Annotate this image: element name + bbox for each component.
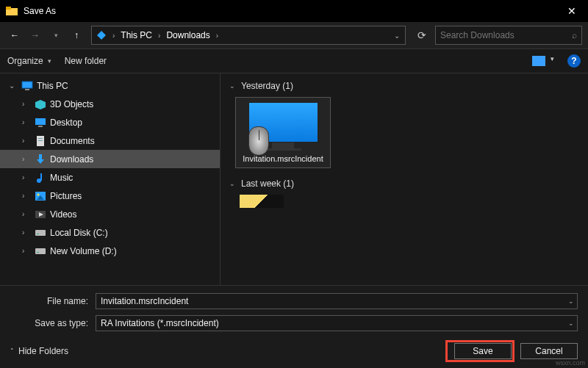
nav-tree: ⌄ This PC ›3D Objects›Desktop›Documents›…: [0, 73, 220, 285]
cancel-button[interactable]: Cancel: [520, 343, 578, 359]
svg-point-16: [37, 193, 40, 195]
watermark: wsxn.com: [556, 359, 585, 367]
window-title: Save As: [24, 6, 555, 16]
chevron-down-icon: ▾: [48, 57, 51, 65]
tree-this-pc[interactable]: ⌄ This PC: [0, 76, 220, 95]
download-icon: [34, 154, 47, 165]
up-button[interactable]: ↑: [68, 26, 85, 44]
svg-rect-6: [35, 118, 46, 125]
expand-icon[interactable]: ›: [22, 100, 31, 108]
remote-assist-icon: [248, 102, 318, 150]
svg-marker-2: [97, 31, 106, 40]
cube-icon: [34, 98, 47, 110]
help-button[interactable]: ?: [567, 54, 581, 68]
disk-icon: [34, 245, 47, 257]
collapse-icon[interactable]: ⌄: [9, 82, 18, 90]
tree-item-pictures[interactable]: ›Pictures: [0, 187, 220, 205]
svg-rect-11: [39, 154, 42, 159]
save-highlight: Save: [445, 340, 514, 362]
back-button[interactable]: ←: [6, 26, 24, 44]
expand-icon[interactable]: ›: [22, 173, 31, 181]
svg-rect-7: [38, 126, 43, 127]
disk-icon: [34, 227, 47, 239]
chevron-down-icon[interactable]: ⌄: [568, 297, 574, 305]
crumb-downloads[interactable]: Downloads: [162, 26, 214, 44]
refresh-button[interactable]: ⟳: [412, 26, 432, 45]
forward-button[interactable]: →: [26, 26, 44, 44]
svg-marker-12: [37, 159, 44, 164]
address-bar[interactable]: › This PC › Downloads › ⌄: [91, 26, 406, 45]
svg-rect-9: [38, 138, 43, 139]
close-button[interactable]: ✕: [555, 0, 588, 22]
svg-rect-14: [40, 173, 42, 181]
address-dropdown[interactable]: ⌄: [389, 32, 405, 40]
svg-rect-21: [37, 234, 39, 234]
filename-input[interactable]: Invitation.msrcIncident ⌄: [96, 293, 578, 309]
chevron-right-icon[interactable]: ›: [111, 32, 116, 40]
doc-icon: [34, 135, 47, 147]
crumb-this-pc[interactable]: This PC: [116, 26, 157, 44]
chevron-down-icon: ⌄: [229, 180, 235, 187]
group-yesterday[interactable]: ⌄ Yesterday (1): [229, 81, 588, 91]
title-bar: Save As ✕: [0, 0, 588, 22]
svg-marker-5: [35, 100, 46, 109]
svg-rect-4: [25, 89, 29, 90]
tree-item-documents[interactable]: ›Documents: [0, 131, 220, 150]
file-name-label: Invitation.msrcIncident: [243, 154, 323, 163]
tree-item-label: Music: [50, 173, 73, 183]
tree-item-label: Documents: [50, 136, 95, 146]
file-item-partial[interactable]: [240, 195, 284, 208]
svg-rect-3: [22, 82, 32, 88]
tree-item-label: Downloads: [50, 154, 93, 165]
pic-icon: [34, 190, 47, 202]
svg-rect-10: [38, 140, 43, 141]
chevron-down-icon: ⌄: [229, 82, 235, 90]
tree-item-3d-objects[interactable]: ›3D Objects: [0, 95, 220, 113]
expand-icon[interactable]: ›: [22, 247, 31, 255]
tree-item-music[interactable]: ›Music: [0, 168, 220, 187]
chevron-down-icon[interactable]: ⌄: [568, 320, 574, 327]
new-folder-button[interactable]: New folder: [65, 56, 107, 66]
group-lastweek[interactable]: ⌄ Last week (1): [229, 178, 588, 189]
chevron-right-icon[interactable]: ›: [215, 32, 220, 40]
tree-item-label: Videos: [50, 209, 76, 220]
tree-item-new-volume-d-[interactable]: ›New Volume (D:): [0, 242, 220, 260]
filename-label: File name:: [10, 296, 96, 306]
svg-rect-1: [6, 7, 11, 10]
chevron-up-icon: ˄: [10, 347, 14, 355]
nav-row: ← → ▾ ↑ › This PC › Downloads › ⌄ ⟳ ⌕: [0, 22, 588, 48]
expand-icon[interactable]: ›: [22, 155, 31, 163]
hide-folders-button[interactable]: ˄ Hide Folders: [10, 346, 68, 356]
savetype-select[interactable]: RA Invitations (*.msrcIncident) ⌄: [96, 315, 578, 331]
expand-icon[interactable]: ›: [22, 192, 31, 200]
file-area[interactable]: ⌄ Yesterday (1) Invitation.msrcIncident …: [220, 73, 588, 285]
recent-dropdown[interactable]: ▾: [47, 26, 65, 44]
tree-item-desktop[interactable]: ›Desktop: [0, 113, 220, 131]
organize-button[interactable]: Organize ▾: [7, 56, 51, 66]
save-form: File name: Invitation.msrcIncident ⌄ Sav…: [0, 285, 588, 368]
tree-item-label: Pictures: [50, 191, 82, 201]
expand-icon[interactable]: ›: [22, 228, 31, 237]
tree-item-label: Local Disk (C:): [50, 228, 108, 238]
tree-item-label: 3D Objects: [50, 99, 93, 109]
chevron-right-icon[interactable]: ›: [157, 32, 162, 40]
view-button[interactable]: [532, 56, 556, 66]
tree-item-local-disk-c-[interactable]: ›Local Disk (C:): [0, 223, 220, 242]
tree-item-videos[interactable]: ›Videos: [0, 205, 220, 223]
expand-icon[interactable]: ›: [22, 137, 31, 145]
file-item[interactable]: Invitation.msrcIncident: [235, 97, 331, 168]
svg-rect-23: [37, 252, 39, 253]
savetype-label: Save as type:: [10, 318, 96, 328]
save-button[interactable]: Save: [454, 343, 512, 359]
tree-item-downloads[interactable]: ›Downloads: [0, 150, 220, 168]
svg-rect-22: [35, 248, 46, 254]
tree-item-label: New Volume (D:): [50, 246, 117, 256]
search-icon[interactable]: ⌕: [572, 30, 577, 40]
search-input[interactable]: [440, 30, 572, 40]
expand-icon[interactable]: ›: [22, 118, 31, 126]
music-icon: [34, 172, 47, 184]
expand-icon[interactable]: ›: [22, 210, 31, 218]
address-root-icon: [92, 26, 111, 44]
video-icon: [34, 209, 47, 220]
search-box[interactable]: ⌕: [435, 26, 582, 45]
